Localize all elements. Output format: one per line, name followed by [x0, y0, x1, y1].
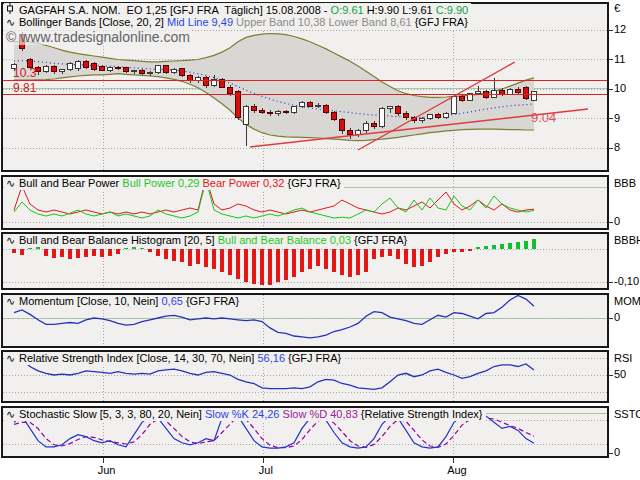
legend-segment: {GFJ FRA} [287, 177, 340, 189]
legend-segment: {GFJ FRA} [354, 234, 407, 246]
legend-segment: Upper Band 10,38 [236, 16, 328, 28]
price-tick-label: 8 [614, 141, 620, 153]
legend-segment: Slow %K 24,26 [205, 408, 283, 420]
trading-chart-app: { "watermark": "© www.tradesignalonline.… [0, 0, 640, 480]
main-panel-legend-ohlc[interactable]: GAGFAH S.A. NOM. EO 1,25 [GFJ FRA Täglic… [4, 3, 471, 17]
legend-segment: 56,16 [257, 352, 288, 364]
panel-code-label: MOM [614, 295, 640, 307]
value-tick-label: 0 [614, 215, 620, 227]
month-label-aug: Aug [447, 464, 467, 476]
legend-segment: Mid Line 9,49 [167, 16, 236, 28]
panel-code-label: RSI [614, 352, 632, 364]
wave-icon: ∿ [6, 16, 19, 29]
legend-segment: Bollinger Bands [Close, 20, 2] [19, 16, 167, 28]
value-tick-label: 50 [614, 368, 626, 380]
legend-segment: Slow %D 40,83 [283, 408, 361, 420]
legend-segment: Momentum [Close, 10, Nein] [19, 295, 161, 307]
stochastic-legend[interactable]: ∿Stochastic Slow [5, 3, 3, 80, 20, Nein]… [4, 408, 486, 421]
value-tick-label: 0 [614, 446, 620, 458]
month-label-jul: Jul [259, 464, 273, 476]
legend-segment: {GFJ FRA} [186, 295, 239, 307]
value-tick-label: -0,10 [614, 275, 639, 287]
price-tick-label: 10 [614, 82, 626, 94]
watermark: © www.tradesignalonline.com [4, 29, 192, 45]
wave-icon: ∿ [6, 177, 19, 190]
legend-segment: Relative Strength Index [Close, 14, 30, … [19, 352, 257, 364]
momentum-legend[interactable]: ∿Momentum [Close, 10, Nein] 0,65 {GFJ FR… [4, 295, 242, 308]
panel-code-label: SSTOC [614, 408, 640, 420]
rsi-legend[interactable]: ∿Relative Strength Index [Close, 14, 30,… [4, 352, 344, 365]
panel-code-label: BBBH [614, 234, 640, 246]
wave-icon: ∿ [6, 295, 19, 308]
legend-segment: L:9.61 [402, 4, 436, 16]
legend-segment: Lower Band 8,61 [328, 16, 414, 28]
wave-icon: ∿ [6, 408, 19, 421]
month-label-jun: Jun [98, 464, 116, 476]
bbbh-legend[interactable]: ∿Bull and Bear Balance Histogram [20, 5]… [4, 234, 410, 247]
price-tick-label: 9 [614, 112, 620, 124]
legend-segment: Bull and Bear Balance 0,03 [218, 234, 354, 246]
legend-segment: {Relative Strength Index} [361, 408, 483, 420]
legend-segment: {GFJ FRA} [415, 16, 468, 28]
wave-icon: ∿ [6, 352, 19, 365]
legend-segment: Bull and Bear Balance Histogram [20, 5] [19, 234, 218, 246]
legend-segment: Bear Power 0,32 [202, 177, 287, 189]
legend-segment: GAGFAH S.A. NOM. EO 1,25 [GFJ FRA Täglic… [19, 4, 331, 16]
price-tick-label: 12 [614, 23, 626, 35]
legend-segment: H:9.90 [367, 4, 402, 16]
currency-label: € [614, 2, 620, 14]
legend-segment: {GFJ FRA} [288, 352, 341, 364]
main-panel-legend-bollinger[interactable]: ∿Bollinger Bands [Close, 20, 2] Mid Line… [4, 16, 471, 29]
bbb-legend[interactable]: ∿Bull and Bear Power Bull Power 0,29 Bea… [4, 177, 344, 190]
panel-code-label: BBB [614, 177, 636, 189]
price-tick-label: 11 [614, 53, 625, 65]
legend-segment: O:9.61 [331, 4, 367, 16]
legend-segment: Bull Power 0,29 [122, 177, 202, 189]
legend-segment: Bull and Bear Power [19, 177, 122, 189]
legend-segment: 0,65 [161, 295, 185, 307]
wave-icon: ∿ [6, 234, 19, 247]
legend-segment: C:9.90 [436, 4, 468, 16]
candlestick-icon [6, 3, 19, 17]
legend-segment: Stochastic Slow [5, 3, 3, 80, 20, Nein] [19, 408, 205, 420]
value-tick-label: 0 [614, 311, 620, 323]
